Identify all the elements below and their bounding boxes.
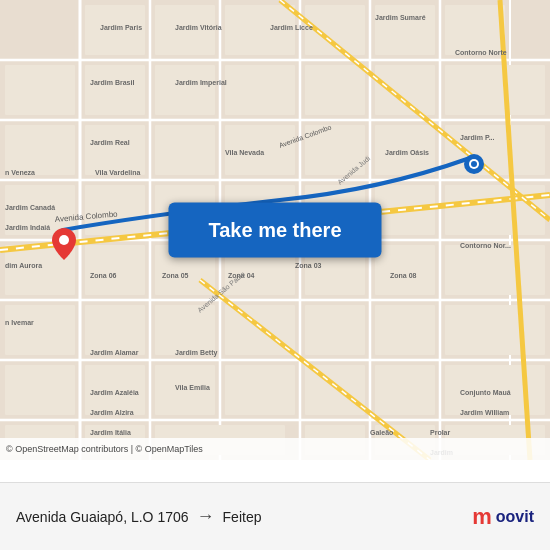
destination-label: Feitep <box>223 509 262 525</box>
svg-text:Jardim Itália: Jardim Itália <box>90 429 131 436</box>
moovit-m-letter: m <box>472 504 492 530</box>
svg-rect-49 <box>5 305 75 355</box>
svg-rect-22 <box>85 65 145 115</box>
svg-text:Vila Emília: Vila Emília <box>175 384 210 391</box>
svg-text:Jardim Betty: Jardim Betty <box>175 349 218 357</box>
attribution-text: © OpenStreetMap contributors | © OpenMap… <box>6 444 203 454</box>
map-container: Avenida Colombo Avenida Colombo Jardim P… <box>0 0 550 460</box>
svg-text:Conjunto Mauá: Conjunto Mauá <box>460 389 511 397</box>
svg-rect-24 <box>225 65 295 115</box>
svg-text:Jardim William: Jardim William <box>460 409 509 416</box>
svg-rect-34 <box>445 125 545 175</box>
svg-text:Jardim Canadá: Jardim Canadá <box>5 204 55 211</box>
svg-rect-53 <box>305 305 365 355</box>
svg-rect-55 <box>445 305 545 355</box>
svg-text:Zona 05: Zona 05 <box>162 272 189 279</box>
svg-rect-51 <box>155 305 215 355</box>
route-info: Avenida Guaiapó, L.O 1706 → Feitep <box>16 506 472 527</box>
svg-rect-60 <box>305 365 365 415</box>
take-me-there-button[interactable]: Take me there <box>168 203 381 258</box>
svg-rect-28 <box>5 125 75 175</box>
svg-rect-50 <box>85 305 145 355</box>
svg-rect-30 <box>155 125 215 175</box>
svg-rect-23 <box>155 65 215 115</box>
svg-rect-54 <box>375 305 435 355</box>
svg-text:Zona 03: Zona 03 <box>295 262 322 269</box>
map-attribution: © OpenStreetMap contributors | © OpenMap… <box>0 438 550 460</box>
svg-text:Jardim Azaléia: Jardim Azaléia <box>90 389 139 396</box>
svg-rect-48 <box>445 245 545 295</box>
svg-rect-59 <box>225 365 295 415</box>
svg-text:Jardim Alzira: Jardim Alzira <box>90 409 134 416</box>
svg-text:Jardim P...: Jardim P... <box>460 134 495 141</box>
svg-text:Contorno Nor...: Contorno Nor... <box>460 242 511 249</box>
svg-rect-61 <box>375 365 435 415</box>
svg-text:Jardim Imperial: Jardim Imperial <box>175 79 227 87</box>
svg-text:Jardim Vitória: Jardim Vitória <box>175 24 222 31</box>
bottom-bar: Avenida Guaiapó, L.O 1706 → Feitep moovi… <box>0 482 550 550</box>
svg-text:Zona 08: Zona 08 <box>390 272 417 279</box>
svg-rect-41 <box>445 185 545 235</box>
svg-text:Jardim Oásis: Jardim Oásis <box>385 149 429 156</box>
moovit-text: oovit <box>496 508 534 526</box>
svg-rect-27 <box>445 65 545 115</box>
svg-text:Galeão: Galeão <box>370 429 393 436</box>
svg-text:Jardim Sumaré: Jardim Sumaré <box>375 14 426 21</box>
moovit-logo: moovit <box>472 504 534 530</box>
svg-rect-56 <box>5 365 75 415</box>
svg-text:n Veneza: n Veneza <box>5 169 35 176</box>
origin-pin <box>52 228 76 252</box>
svg-rect-26 <box>375 65 435 115</box>
svg-text:n Ivemar: n Ivemar <box>5 319 34 326</box>
svg-text:dim Aurora: dim Aurora <box>5 262 42 269</box>
svg-text:Vila Vardelina: Vila Vardelina <box>95 169 141 176</box>
svg-text:Jardim Real: Jardim Real <box>90 139 130 146</box>
svg-text:Jardim Indaiá: Jardim Indaiá <box>5 224 50 231</box>
svg-text:Jardim Paris: Jardim Paris <box>100 24 142 31</box>
svg-rect-43 <box>85 245 145 295</box>
svg-text:Jardim Brasil: Jardim Brasil <box>90 79 134 86</box>
svg-point-117 <box>471 161 477 167</box>
svg-text:Zona 06: Zona 06 <box>90 272 117 279</box>
svg-rect-25 <box>305 65 365 115</box>
svg-text:Vila Nevada: Vila Nevada <box>225 149 264 156</box>
route-arrow: → <box>197 506 215 527</box>
svg-rect-19 <box>375 5 435 55</box>
origin-label: Avenida Guaiapó, L.O 1706 <box>16 509 189 525</box>
svg-point-114 <box>59 235 69 245</box>
svg-rect-20 <box>445 5 505 55</box>
svg-text:Prolar: Prolar <box>430 429 451 436</box>
svg-text:Contorno Norte: Contorno Norte <box>455 49 507 56</box>
svg-text:Jardim Alamar: Jardim Alamar <box>90 349 139 356</box>
svg-rect-29 <box>85 125 145 175</box>
destination-pin <box>462 152 486 176</box>
svg-text:Jardim Licce: Jardim Licce <box>270 24 313 31</box>
svg-rect-21 <box>5 65 75 115</box>
svg-rect-47 <box>375 245 435 295</box>
